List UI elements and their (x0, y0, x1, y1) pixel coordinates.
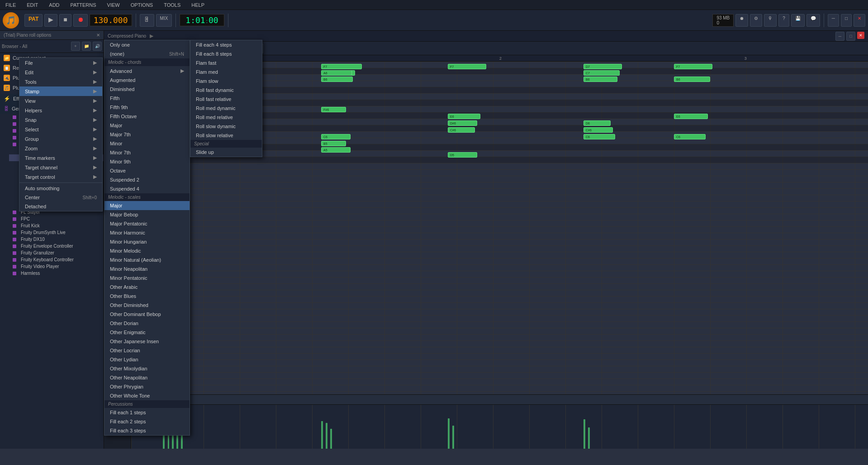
help-btn[interactable]: ? (778, 14, 789, 27)
sidebar-item-fruit-kick[interactable]: Fruit Kick (9, 222, 104, 229)
record-btn2[interactable]: ⏺ (735, 14, 748, 27)
ctx-other-arabic[interactable]: Other Arabic (104, 283, 190, 292)
ctx-other-locrian[interactable]: Other Locrian (104, 346, 190, 355)
maximize-btn[interactable]: □ (841, 14, 852, 27)
ctx-only-one[interactable]: Only one (104, 40, 190, 49)
velocity-area[interactable] (131, 405, 868, 449)
ctx-sub-file[interactable]: File ▶ (19, 58, 102, 67)
note-c6a[interactable]: C6 (321, 134, 351, 139)
ctx-sub-target-channel[interactable]: Target channel ▶ (19, 163, 102, 172)
ctx-scale-major[interactable]: Major (104, 201, 190, 210)
ctx-sub-view[interactable]: View ▶ (19, 96, 102, 105)
sidebar-item-fruity-dx10[interactable]: Fruity DX10 (9, 236, 104, 243)
note-e6d[interactable]: E6 (674, 114, 708, 119)
ctx-fill-8-steps[interactable]: Fill each 8 steps (190, 49, 262, 58)
edit-menu[interactable]: EDIT (25, 1, 40, 9)
ctx-auto-smoothing[interactable]: Auto smoothing (19, 184, 102, 193)
pat-button[interactable]: PAT (24, 14, 43, 27)
browser-folder-btn[interactable]: 📁 (82, 42, 91, 51)
note-b6c[interactable]: B6 (583, 77, 617, 82)
ctx-other-dorian[interactable]: Other Dorian (104, 319, 190, 328)
ctx-center[interactable]: Center Shift+0 (19, 193, 102, 202)
sidebar-item-fruity-keyboard[interactable]: Fruity Keyboard Controller (9, 256, 104, 263)
add-menu[interactable]: ADD (47, 1, 61, 9)
ctx-roll-slow-relative[interactable]: Roll slow relative (190, 131, 262, 140)
ctx-sub-helpers[interactable]: Helpers ▶ (19, 105, 102, 115)
ctx-other-dom-bebop[interactable]: Other Dominant Bebop (104, 310, 190, 319)
ctx-diminished[interactable]: Diminished (104, 85, 190, 94)
note-f7c[interactable]: F7 (448, 64, 486, 69)
ctx-minor[interactable]: Minor (104, 139, 190, 148)
ctx-minor-hungarian[interactable]: Minor Hungarian (104, 237, 190, 246)
ctx-sub-edit[interactable]: Edit ▶ (19, 67, 102, 77)
ctx-other-japanese[interactable]: Other Japanese Insen (104, 337, 190, 346)
ctx-advanced[interactable]: Advanced ▶ (104, 66, 190, 76)
browser-add-btn[interactable]: + (71, 42, 80, 51)
ctx-other-blues[interactable]: Other Blues (104, 292, 190, 301)
piano-minimize-btn[interactable]: ─ (835, 32, 844, 41)
ctx-slide-up[interactable]: Slide up (190, 148, 262, 157)
ctx-roll-slow-dynamic[interactable]: Roll slow dynamic (190, 122, 262, 131)
piano-maximize-btn[interactable]: □ (846, 32, 855, 41)
ctx-sub-time-markers[interactable]: Time markers ▶ (19, 153, 102, 163)
ctx-sub-snap[interactable]: Snap ▶ (19, 115, 102, 125)
ctx-flam-slow[interactable]: Flam slow (190, 77, 262, 86)
bpm-display[interactable]: 130.000 (90, 14, 132, 26)
snap-btn[interactable]: ⚙ (750, 14, 762, 27)
ctx-other-whole-tone[interactable]: Other Whole Tone (104, 391, 190, 400)
note-e6c[interactable]: E6 (448, 114, 480, 119)
ctx-sub-select[interactable]: Select ▶ (19, 125, 102, 134)
ctx-other-mixolydian[interactable]: Other Mixolydian (104, 364, 190, 373)
note-c7b[interactable]: C7 (583, 70, 620, 76)
ctx-augmented[interactable]: Augmented (104, 76, 190, 85)
mixer-btn[interactable]: MIX (156, 14, 172, 27)
view-menu[interactable]: VIEW (105, 1, 122, 9)
sidebar-close[interactable]: ✕ (96, 33, 100, 38)
note-cs6[interactable]: C#6 (448, 127, 475, 133)
note-f7b[interactable]: F7 (321, 64, 362, 69)
ctx-major7th[interactable]: Major 7th (104, 130, 190, 139)
ctx-roll-fast-dynamic[interactable]: Roll fast dynamic (190, 86, 262, 95)
ctx-minor-neapolitan[interactable]: Minor Neapolitan (104, 264, 190, 273)
note-d5[interactable]: D5 (448, 152, 477, 158)
ctx-fifth9th[interactable]: Fifth 9th (104, 103, 190, 112)
close-btn-main[interactable]: ✕ (854, 14, 865, 27)
chat-btn[interactable]: 💬 (806, 14, 820, 27)
save-btn[interactable]: 💾 (791, 14, 805, 27)
tools-menu[interactable]: TOOLS (162, 1, 182, 9)
note-f6b[interactable]: F#6 (321, 107, 346, 112)
note-f7d[interactable]: F7 (674, 64, 712, 69)
note-c6b[interactable]: C6 (583, 134, 615, 139)
play-button[interactable]: ▶ (44, 14, 57, 27)
ctx-roll-fast-relative[interactable]: Roll fast relative (190, 95, 262, 104)
options-menu[interactable]: OPTIONS (129, 1, 155, 9)
ctx-minor-natural[interactable]: Minor Natural (Aeolian) (104, 255, 190, 264)
ctx-sus4[interactable]: Suspended 4 (104, 184, 190, 193)
sidebar-item-fruity-granulizer[interactable]: Fruity Granulizer (9, 249, 104, 256)
note-c6c[interactable]: C6 (674, 134, 706, 139)
ctx-sus2[interactable]: Suspended 2 (104, 175, 190, 184)
note-d6[interactable]: D6 (583, 120, 611, 126)
ctx-roll-med-relative[interactable]: Roll med relative (190, 113, 262, 122)
ctx-roll-med-dynamic[interactable]: Roll med dynamic (190, 104, 262, 113)
record-button[interactable]: ⏺ (73, 14, 88, 27)
ctx-detached[interactable]: Detached (19, 202, 102, 211)
ctx-sub-zoom[interactable]: Zoom ▶ (19, 144, 102, 153)
ctx-sub-stamp[interactable]: Stamp ▶ (19, 86, 102, 96)
note-b5a[interactable]: B5 (321, 141, 346, 146)
ctx-minor-pentatonic[interactable]: Minor Pentatonic (104, 273, 190, 283)
patterns-menu[interactable]: PATTERNS (69, 1, 98, 9)
browser-speaker-btn[interactable]: 🔊 (93, 42, 102, 51)
minimize-btn[interactable]: ─ (828, 14, 839, 27)
step-sequencer-btn[interactable]: 🎚 (140, 14, 154, 27)
ctx-minor7th[interactable]: Minor 7th (104, 148, 190, 157)
ctx-flam-fast[interactable]: Flam fast (190, 58, 262, 67)
ctx-major-pentatonic[interactable]: Major Pentatonic (104, 219, 190, 228)
ctx-fill-3-steps[interactable]: Fill each 3 steps (104, 426, 190, 435)
ctx-fill-4-steps[interactable]: Fill each 4 steps (190, 40, 262, 49)
sidebar-item-fpc[interactable]: FPC (9, 216, 104, 222)
sidebar-item-fruity-envelope[interactable]: Fruity Envelope Controller (9, 243, 104, 249)
ctx-sub-group[interactable]: Group ▶ (19, 134, 102, 144)
ctx-minor-harmonic[interactable]: Minor Harmonic (104, 228, 190, 237)
note-b6b[interactable]: B6 (321, 77, 353, 82)
